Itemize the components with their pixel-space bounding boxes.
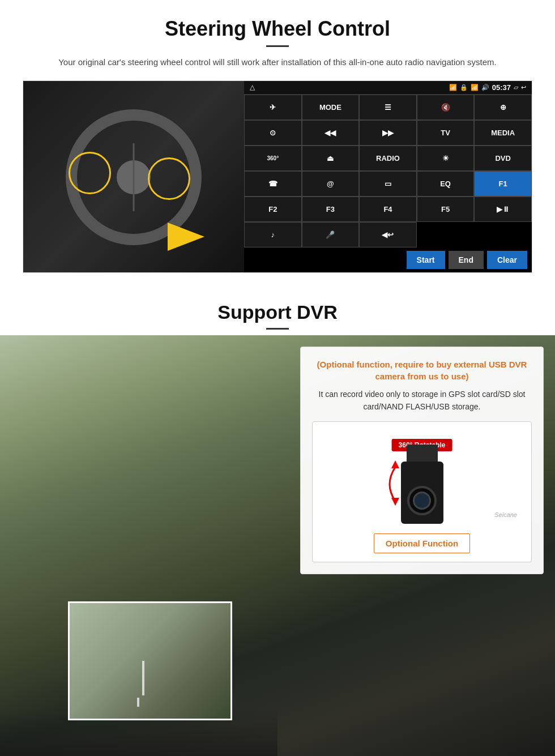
radio-btn-prev[interactable]: ◀◀ [302,120,360,146]
radio-btn-phone[interactable]: ☎ [244,171,302,197]
radio-btn-internet[interactable]: @ [302,171,360,197]
radio-btn-eq[interactable]: EQ [417,171,475,197]
radio-btn-next[interactable]: ▶▶ [359,120,417,146]
radio-btn-media[interactable]: MEDIA [474,120,532,146]
wheel-spoke-bottom [133,177,135,211]
radio-btn-menu[interactable]: ☰ [359,95,417,120]
start-button[interactable]: Start [407,251,445,269]
volume-icon: 🔊 [481,84,489,91]
dvr-description: It can record video only to storage in G… [312,388,532,413]
radio-btn-brightness[interactable]: ☀ [417,146,475,171]
steering-section: Steering Wheel Control Your original car… [0,0,555,284]
yellow-circle-right [148,157,190,200]
dvr-inset-photo [68,601,232,720]
radio-status-bar: △ 📶 🔒 📶 🔊 05:37 ▱ ↩ [244,81,532,94]
status-time: 05:37 [492,83,511,92]
steering-photo-inner [23,81,244,273]
radio-panel: △ 📶 🔒 📶 🔊 05:37 ▱ ↩ ✈ MODE ☰ 🔇 ⊕ [244,81,532,272]
back-icon: ↩ [521,84,526,91]
camera-mount-top [407,445,438,462]
radio-actions: Start End Clear [244,247,532,272]
optional-function-label: Optional Function [374,533,470,553]
radio-btn-empty1 [417,222,475,247]
status-icons: 📶 🔒 📶 🔊 05:37 ▱ ↩ [449,83,526,92]
home-icon: △ [250,83,255,91]
radio-btn-dvd[interactable]: DVD [474,146,532,171]
dvr-content: (Optional function, require to buy exter… [0,335,555,757]
dvr-info-box: (Optional function, require to buy exter… [300,347,544,575]
steering-photo [23,81,244,273]
wifi-icon: 📶 [449,84,457,91]
dvr-divider [266,328,289,330]
radio-btn-f1[interactable]: F1 [474,171,532,197]
radio-btn-f3[interactable]: F3 [302,197,360,222]
radio-btn-f4[interactable]: F4 [359,197,417,222]
radio-btn-radio[interactable]: RADIO [359,146,417,171]
radio-btn-empty2 [474,222,532,247]
yellow-arrow [168,223,204,251]
radio-btn-tv[interactable]: TV [417,120,475,146]
camera-lens [407,486,437,515]
steering-wheel-wrapper [60,104,207,251]
radio-btn-mode[interactable]: MODE [302,95,360,120]
camera-lens-inner [413,492,431,510]
wheel-spoke-top [133,143,135,177]
radio-btn-mute[interactable]: 🔇 [417,95,475,120]
svg-marker-1 [391,498,399,506]
window-icon: ▱ [514,84,518,91]
rotation-arrow-svg [381,456,409,507]
steering-title: Steering Wheel Control [23,17,532,41]
dvr-camera-visual: 360° Rotatable [321,430,523,521]
svg-marker-0 [391,460,399,468]
yellow-circle-left [69,152,111,194]
radio-btn-playpause[interactable]: ▶⏸ [474,197,532,222]
dvr-section: Support DVR (Optional function, require … [0,284,555,757]
steering-divider [266,45,289,47]
radio-btn-music[interactable]: ♪ [244,222,302,247]
seicane-watermark: Seicane [494,511,517,518]
radio-btn-screen[interactable]: ▭ [359,171,417,197]
signal-icon: 📶 [471,84,479,91]
dvr-optional-text: (Optional function, require to buy exter… [312,358,532,382]
dvr-camera-box: 360° Rotatable [312,421,532,562]
radio-btn-eject[interactable]: ⏏ [302,146,360,171]
radio-btn-f2[interactable]: F2 [244,197,302,222]
steering-content-area: △ 📶 🔒 📶 🔊 05:37 ▱ ↩ ✈ MODE ☰ 🔇 ⊕ [23,80,532,273]
radio-btn-mic[interactable]: 🎤 [302,222,360,247]
radio-btn-settings[interactable]: ⊙ [244,120,302,146]
end-button[interactable]: End [449,251,484,269]
radio-grid: ✈ MODE ☰ 🔇 ⊕ ⊙ ◀◀ ▶▶ TV MEDIA 360° ⏏ RAD… [244,94,532,247]
lock-icon: 🔒 [460,84,468,91]
radio-btn-nav[interactable]: ✈ [244,95,302,120]
steering-subtitle: Your original car's steering wheel contr… [45,56,510,69]
clear-button[interactable]: Clear [487,251,527,269]
radio-btn-f5[interactable]: F5 [417,197,475,222]
radio-btn-back[interactable]: ◀↩ [359,222,417,247]
radio-btn-apps[interactable]: ⊕ [474,95,532,120]
dvr-title: Support DVR [0,301,555,323]
radio-btn-360[interactable]: 360° [244,146,302,171]
